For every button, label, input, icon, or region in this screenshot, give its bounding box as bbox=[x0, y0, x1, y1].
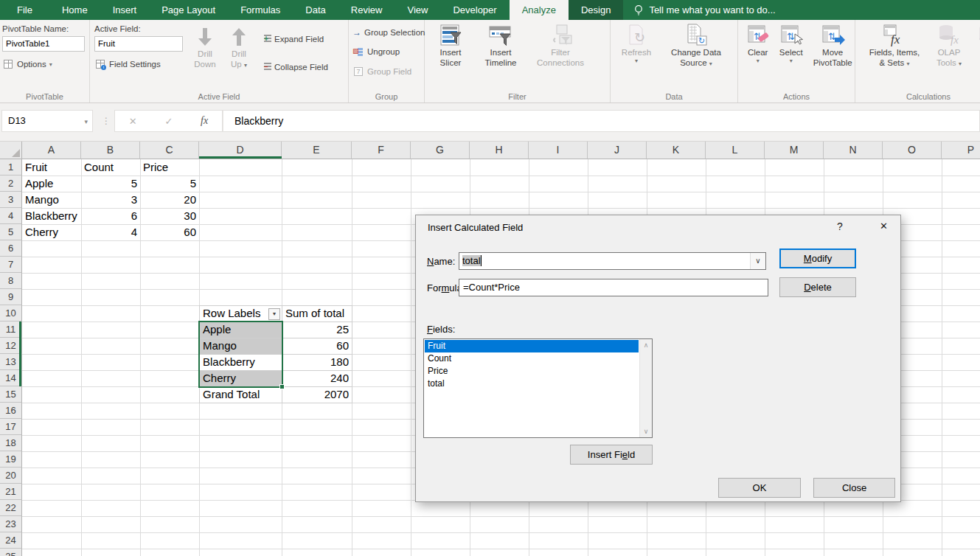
insert-timeline-button[interactable]: Insert Timeline bbox=[476, 21, 525, 69]
insert-slicer-button[interactable]: Insert Slicer bbox=[429, 21, 472, 69]
ribbon-tab-home[interactable]: Home bbox=[49, 0, 100, 20]
row-header-3[interactable]: 3 bbox=[0, 192, 22, 208]
row-header-5[interactable]: 5 bbox=[0, 224, 22, 240]
active-field-input[interactable]: Fruit bbox=[94, 36, 183, 52]
cell-B1[interactable]: Count bbox=[81, 159, 140, 176]
row-header-18[interactable]: 18 bbox=[0, 435, 22, 451]
formula-bar-handle-icon[interactable]: ⋮ bbox=[102, 110, 111, 132]
relationships-button-cut[interactable]: Re bbox=[972, 21, 980, 58]
cell-E14[interactable]: 240 bbox=[282, 370, 352, 387]
row-header-8[interactable]: 8 bbox=[0, 273, 22, 289]
column-header-M[interactable]: M bbox=[765, 142, 824, 159]
dialog-close-icon[interactable]: ✕ bbox=[867, 215, 900, 237]
ribbon-tab-developer[interactable]: Developer bbox=[440, 0, 509, 20]
row-header-23[interactable]: 23 bbox=[0, 516, 22, 532]
cell-B4[interactable]: 6 bbox=[81, 208, 140, 224]
drill-up-button[interactable]: Drill Up ▾ bbox=[224, 23, 254, 70]
cell-C2[interactable]: 5 bbox=[140, 176, 199, 192]
cell-E10[interactable]: Sum of total bbox=[282, 305, 352, 322]
cell-D15[interactable]: Grand Total bbox=[199, 386, 282, 403]
drill-down-button[interactable]: Drill Down bbox=[190, 23, 220, 70]
cell-E15[interactable]: 2070 bbox=[282, 386, 352, 403]
clear-button[interactable]: ⇅ Clear ▾ bbox=[744, 21, 771, 65]
column-header-C[interactable]: C bbox=[140, 142, 199, 159]
row-header-19[interactable]: 19 bbox=[0, 451, 22, 468]
refresh-button[interactable]: ↻ Refresh ▾ bbox=[616, 21, 656, 65]
ribbon-tab-formulas[interactable]: Formulas bbox=[228, 0, 293, 20]
column-header-O[interactable]: O bbox=[883, 142, 942, 159]
cell-C1[interactable]: Price bbox=[140, 159, 199, 176]
row-header-25[interactable]: 25 bbox=[0, 549, 22, 556]
cell-D11[interactable]: Apple bbox=[199, 322, 282, 338]
row-header-2[interactable]: 2 bbox=[0, 176, 22, 192]
cell-B3[interactable]: 3 bbox=[81, 192, 140, 208]
row-header-9[interactable]: 9 bbox=[0, 289, 22, 305]
ribbon-tab-analyze[interactable]: Analyze bbox=[510, 0, 569, 20]
row-header-20[interactable]: 20 bbox=[0, 468, 22, 484]
enter-icon[interactable]: ✓ bbox=[164, 116, 173, 127]
cell-E11[interactable]: 25 bbox=[282, 322, 352, 338]
column-header-B[interactable]: B bbox=[81, 142, 140, 159]
cell-D14[interactable]: Cherry bbox=[199, 370, 282, 387]
options-button[interactable]: Options ▾ bbox=[2, 58, 89, 70]
column-header-J[interactable]: J bbox=[588, 142, 647, 159]
ribbon-tab-insert[interactable]: Insert bbox=[100, 0, 150, 20]
formula-field[interactable]: =Count*Price bbox=[459, 279, 768, 296]
insert-field-button[interactable]: Insert Field bbox=[570, 445, 653, 465]
cancel-icon[interactable]: ✕ bbox=[129, 116, 137, 127]
cell-A1[interactable]: Fruit bbox=[22, 159, 81, 176]
ribbon-tab-page-layout[interactable]: Page Layout bbox=[149, 0, 228, 20]
change-data-source-button[interactable]: ↻ Change Data Source ▾ bbox=[659, 21, 733, 69]
cell-C4[interactable]: 30 bbox=[140, 208, 199, 224]
filter-connections-button[interactable]: Filter Connections bbox=[529, 21, 591, 69]
row-labels-filter-button[interactable]: ▾ bbox=[268, 308, 280, 320]
name-box-dropdown-icon[interactable]: ▾ bbox=[84, 111, 88, 133]
group-selection-button[interactable]: → Group Selection bbox=[352, 27, 424, 38]
row-header-1[interactable]: 1 bbox=[0, 159, 22, 176]
formula-input[interactable]: Blackberry bbox=[223, 110, 980, 132]
cell-C3[interactable]: 20 bbox=[140, 192, 199, 208]
cell-D13[interactable]: Blackberry bbox=[199, 354, 282, 371]
field-list-item[interactable]: Fruit bbox=[425, 340, 639, 352]
column-header-L[interactable]: L bbox=[706, 142, 765, 159]
move-pivottable-button[interactable]: ⇅ Move PivotTable bbox=[810, 21, 855, 69]
ribbon-tab-view[interactable]: View bbox=[395, 0, 440, 20]
cell-C5[interactable]: 60 bbox=[140, 224, 199, 240]
cell-A5[interactable]: Cherry bbox=[22, 224, 81, 240]
fill-handle[interactable] bbox=[279, 384, 285, 389]
row-header-7[interactable]: 7 bbox=[0, 257, 22, 273]
ok-button[interactable]: OK bbox=[718, 478, 801, 498]
row-header-4[interactable]: 4 bbox=[0, 208, 22, 224]
row-header-6[interactable]: 6 bbox=[0, 240, 22, 257]
modify-button[interactable]: Modify bbox=[779, 249, 856, 268]
cell-E12[interactable]: 60 bbox=[282, 338, 352, 355]
ribbon-tab-data[interactable]: Data bbox=[293, 0, 338, 20]
select-all-corner[interactable] bbox=[0, 142, 22, 159]
scroll-down-icon[interactable]: ∨ bbox=[640, 425, 652, 437]
ungroup-button[interactable]: Ungroup bbox=[352, 46, 424, 58]
column-header-H[interactable]: H bbox=[470, 142, 529, 159]
name-combobox[interactable]: total ∨ bbox=[459, 252, 766, 270]
column-header-I[interactable]: I bbox=[529, 142, 588, 159]
field-settings-button[interactable]: i Field Settings bbox=[94, 58, 183, 70]
field-list-item[interactable]: Count bbox=[425, 352, 639, 365]
field-list-item[interactable]: Price bbox=[425, 365, 639, 378]
cell-A3[interactable]: Mango bbox=[22, 192, 81, 208]
fields-scrollbar[interactable]: ∧ ∨ bbox=[639, 339, 652, 437]
cell-A2[interactable]: Apple bbox=[22, 176, 81, 192]
expand-field-button[interactable]: + Expand Field bbox=[260, 33, 324, 45]
tellme-box[interactable]: Tell me what you want to do... bbox=[623, 0, 785, 20]
row-header-16[interactable]: 16 bbox=[0, 403, 22, 419]
delete-button[interactable]: Delete bbox=[779, 277, 856, 297]
row-header-15[interactable]: 15 bbox=[0, 386, 22, 403]
scroll-up-icon[interactable]: ∧ bbox=[640, 339, 652, 351]
row-header-22[interactable]: 22 bbox=[0, 500, 22, 516]
ribbon-tab-review[interactable]: Review bbox=[338, 0, 395, 20]
column-header-E[interactable]: E bbox=[282, 142, 352, 159]
collapse-field-button[interactable]: − Collapse Field bbox=[260, 61, 328, 73]
name-box[interactable]: D13 ▾ bbox=[1, 110, 93, 132]
row-header-21[interactable]: 21 bbox=[0, 484, 22, 500]
select-button[interactable]: ⇅ Select ▾ bbox=[776, 21, 806, 65]
column-header-F[interactable]: F bbox=[352, 142, 411, 159]
ribbon-tab-design[interactable]: Design bbox=[569, 0, 623, 20]
